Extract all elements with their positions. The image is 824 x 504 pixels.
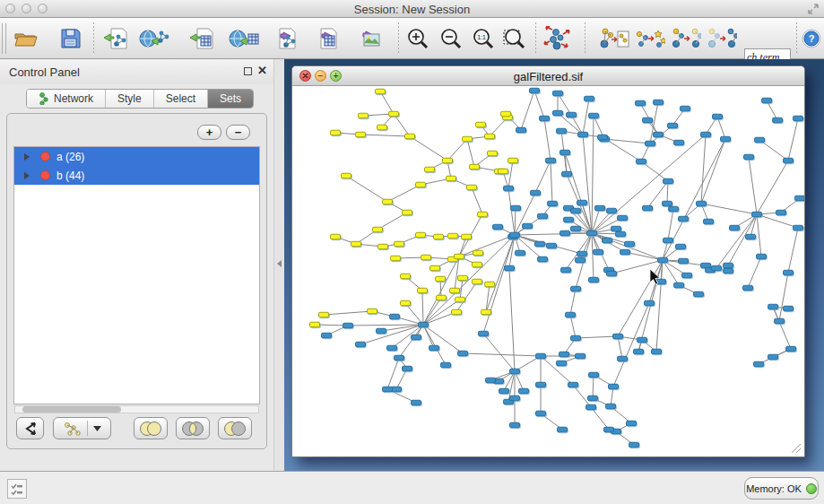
graph-node-yellow[interactable] xyxy=(455,254,464,259)
sets-list[interactable]: a (26)b (44) xyxy=(13,146,260,404)
graph-node-blue[interactable] xyxy=(712,265,722,271)
graph-edge[interactable] xyxy=(394,114,410,136)
graph-node-blue[interactable] xyxy=(377,328,386,334)
tab-style[interactable]: Style xyxy=(106,90,154,108)
graph-node-blue[interactable] xyxy=(664,178,673,184)
graph-edge[interactable] xyxy=(570,315,576,338)
graph-node-blue[interactable] xyxy=(505,265,515,271)
graph-node-blue[interactable] xyxy=(724,263,733,268)
graph-node-blue[interactable] xyxy=(557,361,567,366)
graph-node-blue[interactable] xyxy=(585,96,594,101)
zoom-actual-size-button[interactable]: 1:1 xyxy=(468,24,499,53)
graph-edge[interactable] xyxy=(521,91,534,130)
remove-set-button[interactable]: − xyxy=(226,125,250,140)
graph-node-blue[interactable] xyxy=(744,154,754,160)
graph-node-blue[interactable] xyxy=(419,322,429,327)
graph-node-blue[interactable] xyxy=(618,215,628,221)
graph-node-yellow[interactable] xyxy=(356,132,366,137)
graph-edge[interactable] xyxy=(668,209,673,240)
graph-node-blue[interactable] xyxy=(674,282,684,288)
graph-edge[interactable] xyxy=(641,161,668,181)
graph-node-blue[interactable] xyxy=(645,300,655,306)
graph-edge[interactable] xyxy=(716,214,757,268)
graph-node-yellow[interactable] xyxy=(331,130,341,135)
graph-node-yellow[interactable] xyxy=(501,111,511,117)
graph-node-yellow[interactable] xyxy=(437,295,447,300)
graph-node-yellow[interactable] xyxy=(430,265,440,271)
graph-edge[interactable] xyxy=(483,334,515,371)
graph-node-blue[interactable] xyxy=(587,230,597,236)
graph-edge[interactable] xyxy=(447,139,467,161)
graph-node-blue[interactable] xyxy=(571,286,581,291)
graph-node-blue[interactable] xyxy=(557,128,567,134)
graph-node-yellow[interactable] xyxy=(481,309,491,315)
graph-node-yellow[interactable] xyxy=(368,308,377,314)
toolbar-drag-handle[interactable] xyxy=(2,23,6,54)
graph-node-blue[interactable] xyxy=(701,132,711,137)
graph-node-yellow[interactable] xyxy=(450,288,460,293)
collapse-panel-icon[interactable] xyxy=(277,260,282,267)
graph-edge[interactable] xyxy=(717,117,725,139)
graph-node-blue[interactable] xyxy=(794,116,803,121)
graph-node-blue[interactable] xyxy=(757,254,767,259)
graph-node-blue[interactable] xyxy=(795,196,805,201)
graph-edge[interactable] xyxy=(534,91,544,118)
graph-node-blue[interactable] xyxy=(636,100,646,106)
graph-node-yellow[interactable] xyxy=(401,274,411,279)
graph-node-yellow[interactable] xyxy=(310,322,320,327)
graph-node-yellow[interactable] xyxy=(478,212,488,217)
graph-node-yellow[interactable] xyxy=(403,210,412,215)
tab-network[interactable]: Network xyxy=(27,90,106,108)
graph-node-blue[interactable] xyxy=(568,382,578,387)
graph-node-blue[interactable] xyxy=(536,353,546,359)
graph-edge[interactable] xyxy=(773,307,791,349)
difference-sets-button[interactable] xyxy=(218,417,252,439)
graph-node-yellow[interactable] xyxy=(485,282,495,287)
zoom-in-button[interactable] xyxy=(403,24,433,53)
graph-edge[interactable] xyxy=(571,115,583,135)
graph-edge[interactable] xyxy=(346,176,387,202)
graph-node-blue[interactable] xyxy=(676,244,686,249)
scrollbar-thumb[interactable] xyxy=(22,406,121,413)
graph-node-blue[interactable] xyxy=(387,345,397,351)
graph-node-blue[interactable] xyxy=(604,427,614,432)
graph-node-blue[interactable] xyxy=(441,362,451,368)
graph-node-blue[interactable] xyxy=(784,306,794,311)
graph-node-blue[interactable] xyxy=(627,421,637,426)
graph-node-blue[interactable] xyxy=(664,238,673,243)
graph-node-blue[interactable] xyxy=(392,387,402,392)
graph-node-blue[interactable] xyxy=(412,400,421,405)
graph-node-yellow[interactable] xyxy=(418,288,428,293)
graph-node-blue[interactable] xyxy=(697,201,707,206)
task-history-button[interactable] xyxy=(7,479,27,499)
graph-edge[interactable] xyxy=(387,358,399,389)
graph-node-blue[interactable] xyxy=(559,352,569,357)
graph-node-blue[interactable] xyxy=(499,388,509,394)
graph-node-blue[interactable] xyxy=(607,271,617,276)
graph-node-blue[interactable] xyxy=(743,285,753,291)
graph-node-blue[interactable] xyxy=(669,206,679,212)
create-set-from-network-button[interactable] xyxy=(53,417,111,439)
graph-edge[interactable] xyxy=(515,371,524,391)
graph-node-blue[interactable] xyxy=(577,251,587,256)
graph-node-blue[interactable] xyxy=(577,200,587,205)
graph-edge[interactable] xyxy=(788,118,798,161)
graph-node-blue[interactable] xyxy=(746,234,756,239)
expand-triangle-icon[interactable] xyxy=(24,153,30,161)
graph-node-blue[interactable] xyxy=(553,91,563,96)
graph-node-blue[interactable] xyxy=(620,249,630,255)
graph-node-blue[interactable] xyxy=(486,378,496,383)
graph-node-blue[interactable] xyxy=(606,404,616,409)
import-table-file-button[interactable] xyxy=(187,24,218,53)
graph-edge[interactable] xyxy=(423,325,446,365)
graph-node-blue[interactable] xyxy=(558,427,568,432)
graph-node-yellow[interactable] xyxy=(467,185,477,190)
graph-node-yellow[interactable] xyxy=(378,244,388,249)
graph-node-blue[interactable] xyxy=(668,123,678,128)
graph-node-blue[interactable] xyxy=(571,335,581,341)
graph-node-blue[interactable] xyxy=(694,291,704,297)
select-first-neighbors-button[interactable] xyxy=(635,24,665,53)
graph-node-blue[interactable] xyxy=(504,186,514,191)
graph-node-yellow[interactable] xyxy=(416,232,426,238)
graph-edge[interactable] xyxy=(583,99,589,135)
